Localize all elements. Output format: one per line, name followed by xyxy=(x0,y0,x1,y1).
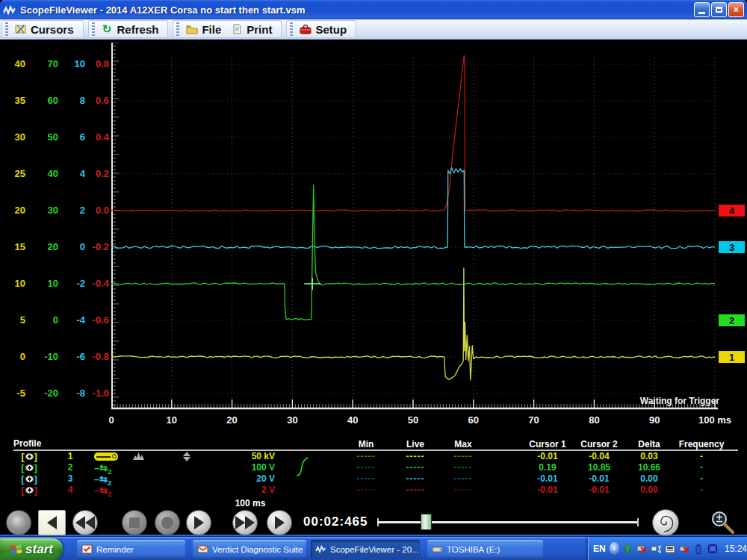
taskbar-clock: 15:24 xyxy=(725,544,747,554)
play-button[interactable] xyxy=(186,510,211,535)
y-label-ch2: -20 xyxy=(36,388,58,399)
max-value: ----- xyxy=(439,451,487,462)
windows-flag-icon xyxy=(9,542,23,556)
profile-header: Profile xyxy=(13,438,41,449)
fast-rewind-button[interactable] xyxy=(72,510,98,535)
channel-range[interactable]: 20 V xyxy=(224,473,275,485)
waveform-plot[interactable] xyxy=(111,43,719,412)
y-label-ch2: 60 xyxy=(36,95,58,107)
minimize-button[interactable] xyxy=(694,2,710,17)
file-button[interactable]: File xyxy=(182,22,227,37)
toolbar-grip[interactable] xyxy=(5,22,8,36)
record-button xyxy=(155,510,180,535)
fast-forward-button[interactable] xyxy=(232,510,258,535)
tray-icons xyxy=(622,543,719,555)
channel-badge-4[interactable]: 4 xyxy=(718,204,746,217)
y-label-ch4: 0.8 xyxy=(87,58,109,70)
keyboard-layout-icon[interactable] xyxy=(664,543,676,555)
channel-badge-1[interactable]: 1 xyxy=(718,350,746,364)
max-value: ----- xyxy=(439,473,487,485)
x-tick-label: 20 xyxy=(214,414,251,426)
print-label: Print xyxy=(247,23,272,36)
position-slider[interactable] xyxy=(377,509,639,535)
x-tick-label: 80 xyxy=(575,414,613,426)
start-button[interactable]: start xyxy=(0,538,63,560)
app-logo-icon xyxy=(3,4,16,16)
channel-range[interactable]: 2 V xyxy=(224,485,275,496)
close-button[interactable]: × xyxy=(728,2,744,17)
toolbar-group-cursors: Cursors xyxy=(1,20,84,38)
taskbar-task-4[interactable]: TOSHIBA (E:) xyxy=(427,540,543,559)
restore-icon xyxy=(716,7,722,13)
cop-probe-icon[interactable] xyxy=(94,451,127,462)
y-label-ch1: 25 xyxy=(4,168,25,180)
channel-range[interactable]: 50 kV xyxy=(224,451,275,462)
application-icon[interactable] xyxy=(707,543,719,555)
spiral-button[interactable] xyxy=(652,509,679,536)
slider-track[interactable] xyxy=(377,521,639,523)
taskbar-task-1[interactable]: Reminder xyxy=(77,540,185,559)
stop-button xyxy=(122,510,147,535)
toolbar-grip[interactable] xyxy=(290,22,293,36)
scopefileviewer-window: ScopeFileViewer - 2014 A12XER Corsa no s… xyxy=(0,0,747,560)
zoom-tool-button[interactable] xyxy=(708,511,740,535)
wireless-network-icon[interactable] xyxy=(650,543,662,555)
taskbar-task-3[interactable]: ScopeFileViewer - 20... xyxy=(311,540,420,559)
channel-badge-3[interactable]: 3 xyxy=(718,240,746,254)
slider-handle[interactable] xyxy=(421,514,432,530)
toolbar-group-refresh: ↻ Refresh xyxy=(88,20,169,38)
zoom-magnifier-icon xyxy=(708,511,740,535)
visibility-eye-icon[interactable]: [] xyxy=(16,485,42,497)
y-label-ch2: 20 xyxy=(36,241,58,253)
toolbar-grip[interactable] xyxy=(92,22,95,36)
toolbar-grip[interactable] xyxy=(176,22,179,36)
print-button[interactable]: Print xyxy=(227,22,278,37)
y-label-ch4: -1.0 xyxy=(87,388,109,399)
visibility-eye-icon[interactable]: [] xyxy=(16,473,42,485)
range-arrows-icon[interactable]: –⇆2 xyxy=(94,485,127,500)
title-bar: ScopeFileViewer - 2014 A12XER Corsa no s… xyxy=(0,0,747,19)
cursor2-value: 10.85 xyxy=(575,462,623,473)
y-label-ch3: 0 xyxy=(66,241,85,253)
y-label-ch1: 5 xyxy=(4,314,25,326)
column-header-freq: Frequency xyxy=(677,439,726,449)
device-disconnected-icon[interactable] xyxy=(636,543,648,555)
y-label-ch3: -6 xyxy=(66,351,85,363)
up-down-icon[interactable] xyxy=(181,451,193,462)
setup-button[interactable]: Setup xyxy=(296,22,353,37)
y-label-row: -5-20-8-1.0 xyxy=(0,388,112,399)
y-label-ch4: 0.4 xyxy=(87,131,109,143)
visibility-eye-icon[interactable]: [] xyxy=(16,462,42,474)
removable-hardware-icon[interactable] xyxy=(622,543,633,555)
plot-svg[interactable] xyxy=(111,43,719,412)
file-label: File xyxy=(202,23,221,36)
y-label-row: 254040.2 xyxy=(0,168,112,180)
language-indicator[interactable]: EN xyxy=(593,544,606,554)
scope-app-icon xyxy=(315,544,326,554)
visibility-eye-icon[interactable]: [] xyxy=(16,451,42,463)
channel-badge-2[interactable]: 2 xyxy=(718,314,746,327)
refresh-button[interactable]: ↻ Refresh xyxy=(98,22,165,37)
y-label-ch3: 4 xyxy=(66,168,85,180)
y-label-ch4: -0.6 xyxy=(87,314,109,326)
battery-icon[interactable] xyxy=(692,543,704,555)
channel-range[interactable]: 100 V xyxy=(224,462,275,473)
tray-collapse-button[interactable]: ‹ xyxy=(610,542,619,555)
restore-button[interactable] xyxy=(711,2,727,17)
delta-value: 10.66 xyxy=(626,462,672,473)
play-reverse-button[interactable] xyxy=(38,510,66,535)
column-header-live: Live xyxy=(391,439,439,449)
x-tick-label: 30 xyxy=(273,414,311,426)
main-toolbar: Cursors ↻ Refresh File Print xyxy=(0,19,747,40)
frequency-value: - xyxy=(677,451,726,462)
taskbar-task-2[interactable]: Verdict Diagnostic Suite xyxy=(193,540,306,559)
step-forward-button[interactable] xyxy=(267,510,292,535)
live-value: ----- xyxy=(391,485,439,496)
column-header-c1: Cursor 1 xyxy=(523,439,572,449)
max-value: ----- xyxy=(439,485,487,496)
connection-error-icon[interactable] xyxy=(678,543,690,555)
cursor2-value: -0.01 xyxy=(575,473,623,485)
live-value: ----- xyxy=(391,462,439,473)
cursors-button[interactable]: Cursors xyxy=(11,22,80,37)
y-label-ch4: 0.0 xyxy=(87,205,109,217)
